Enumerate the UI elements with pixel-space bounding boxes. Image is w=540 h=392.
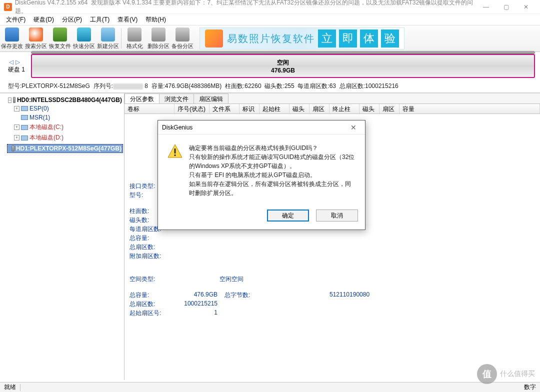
lbl-totalsec: 总扇区数: [130,243,170,252]
disk-info-text: 型号:PLEXTORPX-512M8SeG 序列号: 8 容量:476.9GB(… [0,81,540,93]
delete-partition-button[interactable]: 删除分区 [146,25,170,52]
magnifier-icon [29,28,43,42]
lbl-totcap: 总容量: [130,291,170,300]
dialog-close-button[interactable]: ✕ [346,124,361,132]
val-startsec: 1 [170,309,224,318]
recover-icon [53,28,67,42]
tree-esp[interactable]: +ESP(0) [13,104,123,112]
expand-icon[interactable]: + [14,135,20,140]
column-header: 卷标 序号(状态) 文件系统 标识 起始柱面 磁头 扇区 终止柱面 磁头 扇区 … [124,104,540,114]
partition-icon [21,106,28,111]
disk-icon [13,97,16,103]
col-serial[interactable]: 序号(状态) [174,104,210,114]
menu-view[interactable]: 查看(V) [114,14,142,25]
tab-browse-files[interactable]: 浏览文件 [159,94,194,104]
col-head2[interactable]: 磁头 [360,104,380,114]
warning-icon [167,144,183,160]
backup-partition-button[interactable]: 备份分区 [170,25,194,52]
status-ready: 就绪 [4,383,16,392]
partition-icon [21,115,28,120]
banner-text: 易数照片恢复软件 [227,32,315,46]
new-icon [101,28,115,42]
disk-map-free-block[interactable]: 空闲 476.9GB [31,54,535,78]
backup-icon [176,28,190,42]
menu-disk[interactable]: 硬盘(D) [30,14,58,25]
tree-local-c[interactable]: +本地磁盘(C:) [13,122,123,132]
banner-sq-3: 体 [360,30,378,48]
close-button[interactable]: ✕ [516,2,536,12]
toolbar: 保存更改 搜索分区 恢复文件 快速分区 新建分区 格式化 删除分区 备份分区 易… [0,25,540,52]
expand-icon[interactable]: + [14,124,20,130]
lbl-spacetype: 空间类型: [130,275,170,284]
maximize-button[interactable]: ▢ [496,2,516,12]
app-icon: D [4,3,12,11]
partition-icon [21,136,28,140]
tab-partition-params[interactable]: 分区参数 [124,94,160,104]
banner-sq-4: 验 [381,30,399,48]
menu-partition[interactable]: 分区(P) [58,14,86,25]
lbl-totbytes: 总字节数: [224,291,260,300]
tab-sector-edit[interactable]: 扇区编辑 [194,94,228,104]
collapse-icon[interactable]: − [8,98,12,103]
ok-button[interactable]: 确定 [267,210,309,222]
watermark-text: 什么值得买 [500,370,535,378]
search-partition-button[interactable]: 搜索分区 [24,25,48,52]
recover-files-button[interactable]: 恢复文件 [48,25,72,52]
val-totcap: 476.9GB [170,291,224,300]
col-capacity[interactable]: 容量 [400,104,540,114]
nav-next[interactable]: ▷ [14,58,21,66]
col-fs[interactable]: 文件系统 [210,104,240,114]
col-sec2[interactable]: 扇区 [380,104,400,114]
menu-help[interactable]: 帮助(H) [142,14,170,25]
col-endcyl[interactable]: 终止柱面 [330,104,360,114]
format-icon [128,28,142,42]
lbl-totsec: 总扇区数: [130,300,170,308]
col-startcyl[interactable]: 起始柱面 [260,104,290,114]
confirm-dialog: DiskGenius ✕ 确定要将当前磁盘的分区表格式转换到GUID吗？ 只有较… [158,120,366,230]
svg-rect-2 [174,154,176,156]
window-controls: — ▢ ✕ [476,2,536,12]
disk-block-size: 476.9GB [271,67,295,74]
dialog-titlebar: DiskGenius ✕ [158,120,365,134]
nav-prev[interactable]: ◁ [8,58,14,66]
serial-blurred [113,84,143,90]
floppy-icon [5,28,19,42]
quick-icon [77,28,91,42]
lbl-totalcap: 总容量: [130,234,170,242]
svg-rect-1 [174,148,176,154]
menubar: 文件(F) 硬盘(D) 分区(P) 工具(T) 查看(V) 帮助(H) [0,14,540,25]
tree-msr[interactable]: MSR(1) [13,114,123,122]
statusbar: 就绪 数字 [0,382,540,392]
toolbar-separator [121,28,122,48]
status-numlock: 数字 [524,383,536,392]
save-button[interactable]: 保存更改 [0,25,24,52]
tree-hd0[interactable]: −HD0:INTELSSDSC2BB480G4(447GB) [7,96,123,104]
nav-arrows: ◁ ▷ [8,58,26,66]
dialog-message: 确定要将当前磁盘的分区表格式转换到GUID吗？ 只有较新的操作系统才能正确读写G… [189,144,356,198]
val-totbytes: 512110190080 [260,291,370,300]
lbl-startsec: 起始扇区号: [130,309,170,318]
menu-tools[interactable]: 工具(T) [86,14,114,25]
cancel-button[interactable]: 取消 [316,210,358,222]
disk-tree[interactable]: −HD0:INTELSSDSC2BB480G4(447GB) +ESP(0) M… [0,94,124,380]
format-button[interactable]: 格式化 [122,25,146,52]
delete-icon [152,28,166,42]
minimize-button[interactable]: — [476,2,496,12]
tree-hd1-selected[interactable]: HD1:PLEXTORPX-512M8SeG(477GB) [7,144,123,153]
titlebar: D DiskGenius V4.7.2.155 x64 发现新版本 V4.9.1… [0,0,540,14]
col-flag[interactable]: 标识 [240,104,260,114]
quick-partition-button[interactable]: 快速分区 [72,25,96,52]
col-label[interactable]: 卷标 [124,104,174,114]
tree-local-d[interactable]: +本地磁盘(D:) [13,133,123,142]
disk-label: 硬盘 1 [8,66,25,74]
banner-sq-2: 即 [339,30,357,48]
col-sec1[interactable]: 扇区 [310,104,330,114]
lbl-addsec: 附加扇区数: [130,252,170,260]
col-head1[interactable]: 磁头 [290,104,310,114]
new-partition-button[interactable]: 新建分区 [96,25,120,52]
disk-block-title: 空闲 [277,58,289,67]
menu-file[interactable]: 文件(F) [2,14,30,25]
ad-banner[interactable]: 易数照片恢复软件 立 即 体 验 [200,28,404,50]
tabs: 分区参数 浏览文件 扇区编辑 [124,94,540,104]
expand-icon[interactable]: + [14,106,20,112]
